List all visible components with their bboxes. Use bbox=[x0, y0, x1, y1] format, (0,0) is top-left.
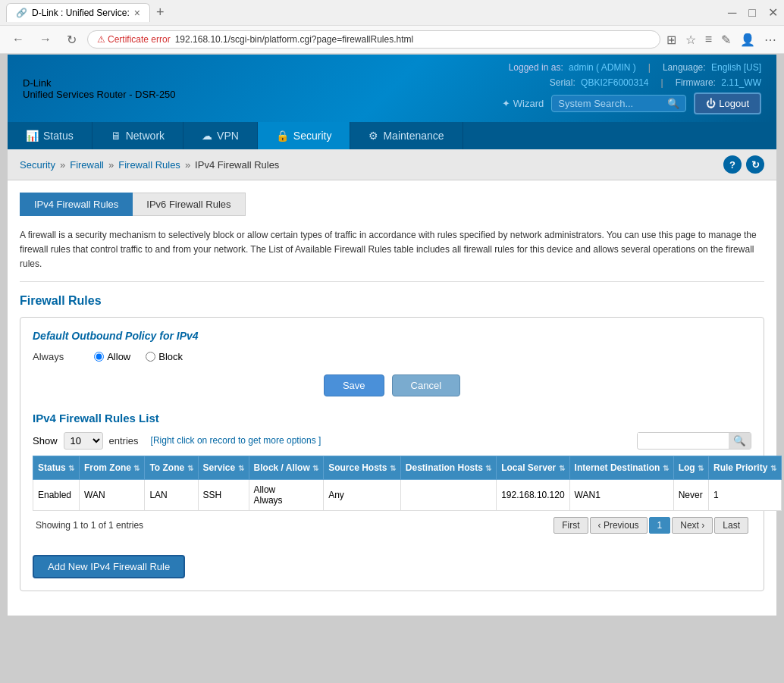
maintenance-label: Maintenance bbox=[383, 130, 444, 142]
previous-icon: ‹ bbox=[598, 520, 601, 531]
table-row[interactable]: Enabled WAN LAN SSH Allow Always Any 192… bbox=[33, 479, 782, 510]
search-input[interactable] bbox=[638, 433, 729, 448]
list-search[interactable]: 🔍 bbox=[637, 432, 751, 450]
page-description: A firewall is a security mechanism to se… bbox=[20, 228, 764, 282]
col-internet-dest[interactable]: Internet Destination ⇅ bbox=[569, 456, 673, 479]
wizard-icon: ✦ bbox=[502, 98, 510, 109]
firmware-value: 2.11_WW bbox=[721, 77, 761, 88]
row-local-server: 192.168.10.120 bbox=[497, 479, 569, 510]
radio-allow-input[interactable] bbox=[94, 352, 104, 362]
reader-icon[interactable]: ⊞ bbox=[666, 33, 676, 47]
system-search-input[interactable] bbox=[558, 98, 664, 109]
col-source-hosts[interactable]: Source Hosts ⇅ bbox=[324, 456, 401, 479]
next-page-button[interactable]: Next › bbox=[672, 517, 713, 534]
logout-button[interactable]: ⏻ Logout bbox=[694, 92, 761, 114]
minimize-button[interactable]: ─ bbox=[728, 6, 736, 20]
col-from-zone-label: From Zone bbox=[84, 462, 131, 473]
radio-allow-option[interactable]: Allow bbox=[94, 351, 130, 362]
edit-icon[interactable]: ✎ bbox=[721, 33, 731, 47]
menu-icon[interactable]: ≡ bbox=[705, 33, 712, 46]
tab-ipv6[interactable]: IPv6 Firewall Rules bbox=[133, 193, 245, 216]
nav-status[interactable]: 📊 Status bbox=[8, 122, 93, 149]
cert-error-label: Certificate error bbox=[108, 34, 171, 45]
previous-page-button[interactable]: ‹ Previous bbox=[590, 517, 648, 534]
nav-vpn[interactable]: ☁ VPN bbox=[183, 122, 258, 149]
browser-tab[interactable]: 🔗 D-Link : Unified Service: × bbox=[6, 3, 150, 22]
wizard-label: Wizard bbox=[513, 98, 544, 109]
refresh-page-button[interactable]: ↻ bbox=[746, 155, 764, 174]
col-internet-dest-label: Internet Destination bbox=[575, 462, 660, 473]
help-button[interactable]: ? bbox=[723, 155, 742, 174]
row-dest-hosts bbox=[400, 479, 496, 510]
more-icon[interactable]: ⋯ bbox=[764, 33, 776, 47]
logo-text: D-Link bbox=[23, 77, 176, 89]
last-page-button[interactable]: Last bbox=[714, 517, 748, 534]
language-link[interactable]: English [US] bbox=[711, 62, 761, 73]
back-button[interactable]: ← bbox=[8, 31, 29, 48]
row-to-zone: LAN bbox=[145, 479, 198, 510]
col-local-server[interactable]: Local Server ⇅ bbox=[497, 456, 569, 479]
current-page-button[interactable]: 1 bbox=[649, 517, 671, 534]
firewall-rules-card: Default Outbound Policy for IPv4 Always … bbox=[20, 317, 764, 591]
policy-label: Always bbox=[33, 351, 64, 362]
radio-block-option[interactable]: Block bbox=[146, 351, 183, 362]
status-label: Status bbox=[43, 130, 74, 142]
breadcrumb-firewall[interactable]: Firewall bbox=[70, 159, 104, 171]
username-link[interactable]: admin ( ADMIN ) bbox=[569, 62, 636, 73]
vpn-icon: ☁ bbox=[202, 130, 212, 142]
logged-in-label: Logged in as: admin ( ADMIN ) bbox=[509, 62, 636, 73]
previous-label: Previous bbox=[604, 520, 639, 531]
security-icon: 🔒 bbox=[276, 130, 289, 142]
col-status-sort: ⇅ bbox=[68, 464, 74, 472]
entries-label: entries bbox=[109, 435, 139, 446]
nav-maintenance[interactable]: ⚙ Maintenance bbox=[350, 122, 463, 149]
save-button[interactable]: Save bbox=[324, 374, 384, 396]
col-block-allow[interactable]: Block / Allow ⇅ bbox=[249, 456, 324, 479]
firewall-tabs: IPv4 Firewall Rules IPv6 Firewall Rules bbox=[20, 193, 764, 216]
address-bar[interactable]: ⚠ Certificate error 192.168.10.1/scgi-bi… bbox=[87, 30, 660, 49]
first-page-button[interactable]: First bbox=[554, 517, 588, 534]
close-window-button[interactable]: ✕ bbox=[768, 5, 778, 20]
wizard-button[interactable]: ✦ Wizard bbox=[502, 98, 544, 109]
col-from-zone[interactable]: From Zone ⇅ bbox=[80, 456, 145, 479]
bookmark-icon[interactable]: ☆ bbox=[685, 33, 696, 47]
radio-block-label: Block bbox=[158, 351, 183, 362]
tab-close-button[interactable]: × bbox=[134, 7, 140, 19]
pagination-controls: First ‹ Previous 1 Next › Last bbox=[554, 517, 748, 534]
forward-button[interactable]: → bbox=[35, 31, 56, 48]
col-log[interactable]: Log ⇅ bbox=[673, 456, 708, 479]
refresh-button[interactable]: ↻ bbox=[62, 31, 81, 49]
add-rule-button[interactable]: Add New IPv4 Firewall Rule bbox=[33, 555, 185, 578]
tab-title: D-Link : Unified Service: bbox=[32, 8, 130, 18]
cancel-button[interactable]: Cancel bbox=[392, 374, 460, 396]
header-info: Logged in as: admin ( ADMIN ) | Language… bbox=[509, 62, 761, 73]
system-search-bar[interactable]: 🔍 bbox=[551, 95, 686, 112]
policy-radio-group: Allow Block bbox=[94, 351, 183, 362]
next-label: Next bbox=[680, 520, 699, 531]
radio-block-input[interactable] bbox=[146, 352, 155, 362]
cert-error-indicator: ⚠ Certificate error bbox=[97, 34, 171, 45]
entries-select[interactable]: 10 25 50 100 bbox=[64, 432, 103, 450]
col-rule-priority-label: Rule Priority bbox=[713, 462, 767, 473]
col-internet-dest-sort: ⇅ bbox=[663, 464, 669, 472]
col-status[interactable]: Status ⇅ bbox=[33, 456, 80, 479]
col-service[interactable]: Service ⇅ bbox=[198, 456, 249, 479]
col-rule-priority[interactable]: Rule Priority ⇅ bbox=[708, 456, 781, 479]
col-to-zone[interactable]: To Zone ⇅ bbox=[145, 456, 198, 479]
breadcrumb-bar: Security » Firewall » Firewall Rules » I… bbox=[8, 149, 776, 180]
firmware-info: Firmware: 2.11_WW bbox=[676, 77, 761, 88]
separator-2: | bbox=[661, 77, 663, 88]
search-button[interactable]: 🔍 bbox=[729, 433, 751, 449]
network-label: Network bbox=[126, 130, 165, 142]
nav-network[interactable]: 🖥 Network bbox=[93, 122, 183, 149]
breadcrumb-security[interactable]: Security bbox=[20, 159, 55, 171]
tab-ipv4[interactable]: IPv4 Firewall Rules bbox=[20, 193, 133, 216]
browser-toolbar-icons: ⊞ ☆ ≡ ✎ 👤 ⋯ bbox=[666, 33, 776, 47]
breadcrumb-firewall-rules[interactable]: Firewall Rules bbox=[118, 159, 180, 171]
profile-icon[interactable]: 👤 bbox=[740, 33, 755, 47]
maximize-button[interactable]: □ bbox=[748, 6, 756, 20]
nav-security[interactable]: 🔒 Security bbox=[258, 122, 351, 149]
col-dest-hosts[interactable]: Destination Hosts ⇅ bbox=[400, 456, 496, 479]
new-tab-button[interactable]: + bbox=[156, 5, 165, 20]
col-dest-hosts-label: Destination Hosts bbox=[406, 462, 483, 473]
